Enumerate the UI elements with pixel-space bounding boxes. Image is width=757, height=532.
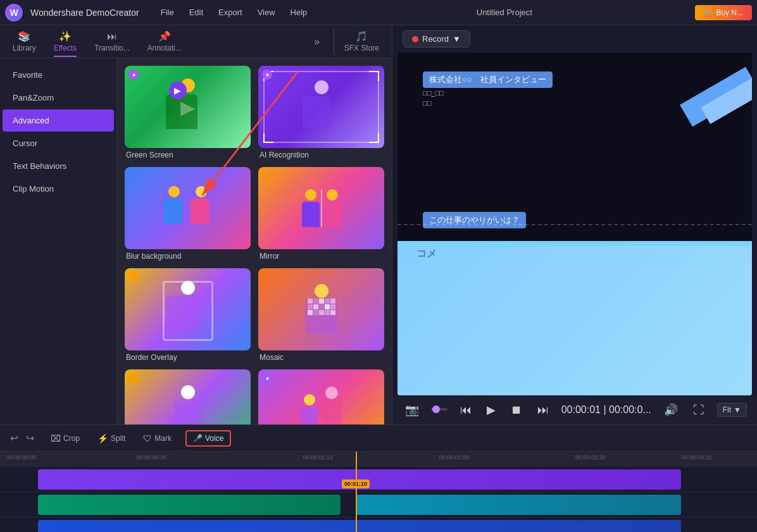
menu-file[interactable]: File: [154, 5, 180, 20]
effect-thumb-green-screen: ▶ ★: [125, 66, 251, 148]
preview-area: 株式会社○○ 社員インタビュー □□_□□ □□ この仕事のやりがいは？ コメ: [397, 53, 752, 395]
menu-edit[interactable]: Edit: [183, 5, 210, 20]
effects-panel: Favorite Pan&Zoom Advanced Cursor Text B…: [0, 58, 392, 424]
voice-button[interactable]: 🎤 Voice: [185, 430, 231, 447]
effect-label-green-screen: Green Screen: [125, 151, 251, 159]
menu-export[interactable]: Export: [212, 5, 249, 20]
split-label: Split: [111, 434, 125, 443]
preview-divider: [397, 224, 752, 225]
screenshot-button[interactable]: 📷: [403, 400, 422, 419]
rewind-button[interactable]: ⏮: [458, 401, 474, 419]
split-button[interactable]: ⚡ Split: [94, 431, 129, 446]
effect-item-mirror[interactable]: Mirror: [258, 167, 384, 261]
effect-item-mosaic[interactable]: Mosaic: [258, 268, 384, 362]
sidebar-item-advanced[interactable]: Advanced: [3, 109, 114, 132]
effects-grid-area: ▶ ★ Green Screen: [117, 58, 392, 424]
ruler-time-0: 00:00:00:00: [6, 454, 37, 461]
library-icon: 📚: [18, 30, 30, 42]
timeline-track-1: [0, 467, 757, 492]
app-name: Wondershare DemoCreator: [30, 8, 139, 18]
crop-icon: ⌧: [51, 433, 61, 443]
preview-top: 株式会社○○ 社員インタビュー □□_□□ □□ この仕事のやりがいは？: [397, 53, 752, 241]
effect-thumb-mirror: [258, 167, 384, 249]
effect-item-border[interactable]: Border Overlay: [125, 268, 251, 362]
effect-label-mirror: Mirror: [258, 252, 384, 261]
ai-badge: ★: [262, 70, 272, 80]
item8-badge: ★: [262, 373, 272, 383]
record-button[interactable]: Record ▼: [403, 30, 470, 47]
effects-grid-container: ▶ ★ Green Screen: [125, 66, 384, 424]
timeline-clip-2[interactable]: [38, 495, 341, 515]
effect-item-7[interactable]: [125, 369, 251, 424]
tab-annotations-label: Annotati...: [147, 44, 182, 53]
ruler-time-2: 00:00:01:10: [303, 454, 333, 461]
effect-label-mosaic: Mosaic: [258, 353, 384, 362]
timeline-ruler: 00:00:00:00 00:00:00:20 00:00:01:10 00:0…: [0, 452, 757, 467]
timeline-track-2: [0, 492, 757, 517]
undo-button[interactable]: ↩: [8, 430, 21, 447]
sidebar-item-favorite[interactable]: Favorite: [3, 64, 114, 86]
volume-button[interactable]: 🔊: [661, 400, 680, 419]
effect-thumb-border: [125, 268, 251, 350]
play-button[interactable]: ▶: [484, 400, 498, 419]
playhead-line: [356, 452, 357, 467]
sidebar-item-panzoom[interactable]: Pan&Zoom: [3, 87, 114, 109]
ruler-time-3: 00:00:02:00: [439, 454, 470, 461]
progress-bar[interactable]: [432, 408, 447, 411]
item7-badge: [128, 373, 139, 383]
split-icon: ⚡: [97, 433, 108, 443]
timeline-clip-4[interactable]: [38, 520, 682, 532]
tab-library[interactable]: 📚 Library: [5, 27, 44, 56]
effect-thumb-ai: ★: [258, 66, 384, 148]
effect-item-blur[interactable]: Blur background: [125, 167, 251, 261]
mark-button[interactable]: 🛡 Mark: [139, 431, 175, 446]
buy-button[interactable]: 🛒 Buy N...: [695, 5, 752, 20]
sidebar-item-cursor[interactable]: Cursor: [3, 132, 114, 154]
progress-area: [432, 408, 447, 412]
tab-effects-label: Effects: [54, 44, 77, 53]
effect-item-ai[interactable]: ★ AI Recognition: [258, 66, 384, 159]
mark-label: Mark: [154, 434, 172, 443]
tab-annotations[interactable]: 📌 Annotati...: [140, 27, 189, 56]
ruler-time-4: 00:00:02:20: [575, 454, 606, 461]
microphone-icon: 🎤: [193, 434, 203, 443]
fullscreen-button[interactable]: ⛶: [691, 401, 707, 419]
fit-label: Fit: [723, 405, 731, 414]
sidebar-item-clip-motion[interactable]: Clip Motion: [3, 178, 114, 200]
tabs-more-button[interactable]: »: [308, 33, 326, 51]
sfx-icon: 🎵: [355, 30, 368, 42]
redo-button[interactable]: ↪: [23, 430, 37, 447]
stop-button[interactable]: ⏹: [508, 401, 525, 419]
playhead-marker: 00:01:10: [342, 479, 370, 488]
fit-chevron-icon: ▼: [734, 405, 741, 414]
subtitle-top: 株式会社○○ 社員インタビュー: [423, 71, 553, 88]
preview-bottom: コメ: [397, 241, 752, 395]
crop-button[interactable]: ⌧ Crop: [47, 431, 84, 446]
record-bar: Record ▼: [392, 25, 757, 53]
effect-item-8[interactable]: ★: [258, 369, 384, 424]
effects-icon: ✨: [59, 30, 72, 42]
record-chevron-icon: ▼: [453, 34, 461, 44]
effect-item-green-screen[interactable]: ▶ ★ Green Screen: [125, 66, 251, 159]
crop-label: Crop: [63, 434, 80, 443]
effects-sidebar: Favorite Pan&Zoom Advanced Cursor Text B…: [0, 58, 117, 424]
mark-icon: 🛡: [143, 433, 152, 443]
tab-transitions[interactable]: ⏭ Transitio...: [87, 27, 137, 56]
timeline-clip-3[interactable]: [356, 495, 681, 515]
effect-label-border: Border Overlay: [125, 353, 251, 362]
tabs-row: 📚 Library ✨ Effects ⏭ Transitio... 📌 Ann…: [0, 25, 392, 58]
effect-label-ai: AI Recognition: [258, 151, 384, 159]
tab-effects[interactable]: ✨ Effects: [46, 27, 84, 56]
forward-button[interactable]: ⏭: [535, 401, 551, 419]
menu-help[interactable]: Help: [284, 5, 314, 20]
fit-dropdown[interactable]: Fit ▼: [717, 403, 747, 417]
tab-sfx[interactable]: 🎵 SFX Store: [334, 27, 387, 56]
timeline-tracks: 00:01:10: [0, 467, 757, 532]
playhead-track-line: [356, 467, 357, 532]
voice-label: Voice: [205, 434, 223, 443]
sidebar-item-text-behaviors[interactable]: Text Behaviors: [3, 155, 114, 177]
effect-label-blur: Blur background: [125, 252, 251, 261]
effect-thumb-mosaic: [258, 268, 384, 350]
ruler-time-1: 00:00:00:20: [136, 454, 166, 461]
menu-view[interactable]: View: [251, 5, 282, 20]
